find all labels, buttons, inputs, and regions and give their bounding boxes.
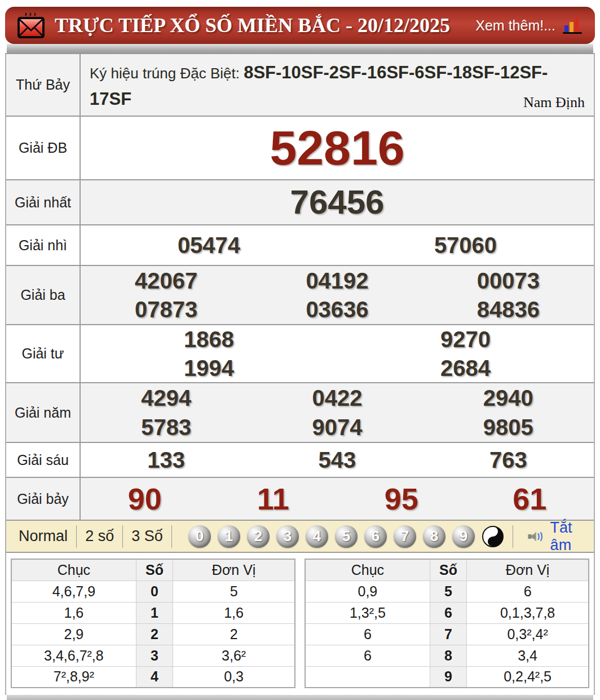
separator bbox=[122, 525, 123, 548]
digit-ball-0[interactable]: 0 bbox=[188, 525, 211, 548]
head-tail-stats: Chục Số Đơn Vị 4,6,7,9 0 5 1,6 1 1,6 2,9… bbox=[6, 552, 594, 695]
table-row: 6 8 3,4 bbox=[305, 645, 589, 666]
units-cell: 6 bbox=[467, 581, 589, 602]
hot-envelope-icon bbox=[16, 10, 46, 41]
prize-label: Giải bảy bbox=[6, 478, 81, 520]
prize-number: 57060 bbox=[337, 232, 594, 259]
prize-number: 95 bbox=[337, 481, 466, 517]
digit-ball-1[interactable]: 1 bbox=[218, 525, 240, 548]
prize-number: 07873 bbox=[81, 296, 252, 323]
mode-normal-button[interactable]: Normal bbox=[19, 528, 68, 545]
separator bbox=[513, 525, 513, 548]
digit-ball-5[interactable]: 5 bbox=[335, 525, 358, 548]
prize-number: 03636 bbox=[252, 296, 422, 323]
prize-row-third: Giải ba 42067 04192 00073 07873 03636 84… bbox=[6, 265, 594, 324]
digit-ball-4[interactable]: 4 bbox=[306, 525, 328, 548]
separator bbox=[76, 525, 77, 548]
stats-header-units: Đơn Vị bbox=[467, 559, 589, 581]
tens-cell: 2,9 bbox=[11, 623, 136, 645]
prize-number: 11 bbox=[209, 481, 338, 517]
digit-balls: 0 1 2 3 4 5 6 7 8 9 bbox=[188, 525, 504, 548]
prize-number: 9270 bbox=[337, 326, 594, 353]
yin-yang-icon[interactable] bbox=[482, 525, 504, 548]
table-row: 9 0,2,4²,5 bbox=[305, 666, 589, 688]
tens-cell: 3,4,6,7²,8 bbox=[11, 645, 136, 666]
mode-2so-button[interactable]: 2 số bbox=[85, 528, 114, 545]
stats-header-digit: Số bbox=[136, 559, 173, 581]
digit-cell: 0 bbox=[136, 581, 173, 602]
prize-row-first: Giải nhất 76456 bbox=[6, 179, 594, 224]
table-row: 0,9 5 6 bbox=[305, 581, 589, 602]
digit-cell: 3 bbox=[136, 645, 173, 666]
digit-cell: 7 bbox=[430, 623, 466, 645]
lottery-widget: TRỰC TIẾP XỔ SỐ MIỀN BẮC - 20/12/2025 Xe… bbox=[5, 7, 595, 700]
units-cell: 0,2,4²,5 bbox=[467, 666, 589, 688]
table-row: 1,3²,5 6 0,1,3,7,8 bbox=[305, 602, 589, 623]
units-cell: 3,6² bbox=[173, 645, 295, 666]
prize-number: 76456 bbox=[81, 184, 594, 221]
prize-number: 133 bbox=[81, 446, 252, 473]
prize-number: 9805 bbox=[423, 414, 594, 441]
digit-cell: 9 bbox=[430, 666, 466, 688]
digit-cell: 2 bbox=[136, 623, 173, 645]
units-cell: 2 bbox=[173, 623, 295, 645]
prize-label: Giải nhất bbox=[6, 180, 81, 224]
prize-label: Giải nhì bbox=[6, 225, 81, 265]
table-row: 2,9 2 2 bbox=[11, 623, 295, 645]
see-more-link[interactable]: Xem thêm!... bbox=[475, 17, 555, 34]
page-title: TRỰC TIẾP XỔ SỐ MIỀN BẮC - 20/12/2025 bbox=[55, 14, 450, 37]
prize-number: 2684 bbox=[337, 355, 594, 382]
prize-row-sixth: Giải sáu 133 543 763 bbox=[6, 442, 594, 477]
digit-ball-3[interactable]: 3 bbox=[276, 525, 299, 548]
symbol-row: Thứ Bảy Ký hiệu trúng Đặc Biệt: 8SF-10SF… bbox=[6, 53, 594, 116]
stats-table-right: Chục Số Đơn Vị 0,9 5 6 1,3²,5 6 0,1,3,7,… bbox=[305, 559, 589, 688]
prize-number: 0422 bbox=[252, 384, 422, 411]
digit-cell: 5 bbox=[430, 581, 466, 602]
prize-label: Giải ba bbox=[6, 266, 81, 324]
prize-number: 763 bbox=[423, 446, 594, 473]
prize-number: 2940 bbox=[423, 384, 594, 411]
table-row: 7²,8,9² 4 0,3 bbox=[11, 666, 295, 688]
tens-cell bbox=[305, 666, 430, 688]
prize-number: 05474 bbox=[81, 232, 337, 259]
mode-3so-button[interactable]: 3 Số bbox=[131, 528, 163, 545]
prize-number: 4294 bbox=[81, 384, 252, 411]
digit-ball-6[interactable]: 6 bbox=[364, 525, 387, 548]
prize-number: 1868 bbox=[81, 326, 337, 353]
stats-header-tens: Chục bbox=[305, 559, 430, 581]
stats-header-units: Đơn Vị bbox=[173, 559, 295, 581]
prize-number: 52816 bbox=[81, 121, 594, 175]
header-bar: TRỰC TIẾP XỔ SỐ MIỀN BẮC - 20/12/2025 Xe… bbox=[5, 7, 595, 44]
prize-number: 61 bbox=[466, 481, 594, 517]
prize-row-special: Giải ĐB 52816 bbox=[6, 116, 594, 179]
prize-number: 543 bbox=[252, 446, 422, 473]
province-name: Nam Định bbox=[523, 94, 585, 111]
prize-row-fifth: Giải năm 4294 0422 2940 5783 9074 9805 bbox=[6, 382, 594, 442]
bar-chart-icon[interactable] bbox=[561, 14, 584, 37]
digit-ball-7[interactable]: 7 bbox=[394, 525, 416, 548]
prize-row-fourth: Giải tư 1868 9270 1994 2684 bbox=[6, 324, 594, 382]
digit-ball-2[interactable]: 2 bbox=[247, 525, 270, 548]
tens-cell: 1,6 bbox=[11, 602, 136, 623]
prize-number: 84836 bbox=[423, 296, 594, 323]
tens-cell: 7²,8,9² bbox=[11, 666, 136, 688]
prize-row-second: Giải nhì 05474 57060 bbox=[6, 224, 594, 265]
tens-cell: 6 bbox=[305, 645, 430, 666]
digit-ball-9[interactable]: 9 bbox=[452, 525, 475, 548]
prize-label: Giải ĐB bbox=[6, 117, 81, 179]
digit-ball-8[interactable]: 8 bbox=[423, 525, 445, 548]
prize-label: Giải sáu bbox=[6, 443, 81, 477]
digit-cell: 1 bbox=[136, 602, 173, 623]
prize-row-seventh: Giải bảy 90 11 95 61 bbox=[6, 477, 594, 520]
units-cell: 1,6 bbox=[173, 602, 295, 623]
units-cell: 0,1,3,7,8 bbox=[467, 602, 589, 623]
table-row: 3,4,6,7²,8 3 3,6² bbox=[11, 645, 295, 666]
mute-control[interactable]: Tắt âm bbox=[504, 519, 581, 554]
controls-bar: Normal 2 số 3 Số 0 1 2 3 4 5 6 7 8 9 bbox=[6, 520, 594, 552]
stats-header-digit: Số bbox=[430, 559, 466, 581]
units-cell: 5 bbox=[173, 581, 295, 602]
stats-table-left: Chục Số Đơn Vị 4,6,7,9 0 5 1,6 1 1,6 2,9… bbox=[11, 559, 295, 688]
speaker-icon[interactable] bbox=[527, 527, 544, 546]
mute-button-label[interactable]: Tắt âm bbox=[550, 519, 581, 554]
day-label: Thứ Bảy bbox=[6, 54, 81, 116]
